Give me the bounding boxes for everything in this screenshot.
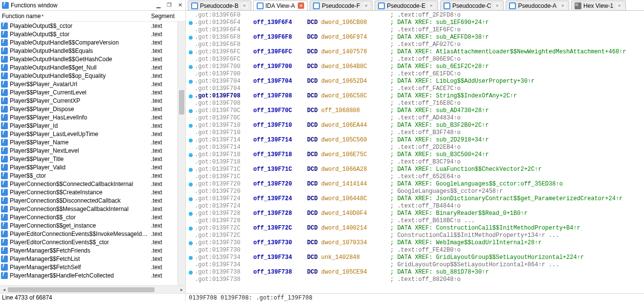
function-row[interactable]: Player$$Player_Id.text <box>0 121 185 130</box>
function-row[interactable]: PlayableOutputHandle$$get_Null.text <box>0 63 185 71</box>
disasm-line[interactable]: .got:0139F708 ; .text:off_716E8C↑o <box>187 100 644 107</box>
gutter[interactable] <box>187 247 195 254</box>
gutter[interactable] <box>187 232 195 239</box>
gutter[interactable] <box>187 34 195 41</box>
scroll-track[interactable] <box>8 287 178 292</box>
gutter[interactable] <box>187 78 195 85</box>
gutter[interactable] <box>187 26 195 34</box>
function-row[interactable]: PlayerEditorConnectionEvents$$InvokeMess… <box>0 230 185 238</box>
breakpoint-dot-icon[interactable] <box>189 139 193 142</box>
restore-icon[interactable]: ❐ <box>166 2 173 9</box>
breakpoint-dot-icon[interactable] <box>189 227 193 231</box>
function-row[interactable]: Player$$Player_Dispose.text <box>0 105 185 113</box>
disasm-line[interactable]: .got:0139F714 ; .text:off_2D2EB4↑o <box>187 144 644 151</box>
breakpoint-dot-icon[interactable] <box>189 124 193 128</box>
function-row[interactable]: PlayerConnection$$DisconnectedCallback.t… <box>0 196 185 205</box>
functions-window-titlebar[interactable]: Functions window ▁ ❐ ✕ <box>0 0 185 11</box>
function-row[interactable]: Player$$Player_CurrentXP.text <box>0 96 185 105</box>
gutter[interactable] <box>187 166 195 173</box>
gutter[interactable] <box>187 181 195 188</box>
disasm-line[interactable]: .got:0139F714 off_139F714DCD dword_105C5… <box>187 137 644 144</box>
gutter[interactable] <box>187 269 195 276</box>
gutter[interactable] <box>187 85 195 93</box>
disasm-line[interactable]: .got:0139F730 ; .text:off_FE42B0↑o <box>187 247 644 254</box>
disasm-line[interactable]: .got:0139F708 off_139F708DCD dword_106C5… <box>187 93 644 100</box>
breakpoint-dot-icon[interactable] <box>189 271 193 275</box>
gutter[interactable] <box>187 56 195 63</box>
function-row[interactable]: Player$$Player_AvatarUrl.text <box>0 80 185 88</box>
function-row[interactable]: Player$$Player_NextLevel.text <box>0 146 185 155</box>
gutter[interactable] <box>187 151 195 159</box>
gutter[interactable] <box>187 261 195 269</box>
disasm-line[interactable]: .got:0139F6F0 ; .text:off_2F2FD8↑o <box>187 12 644 19</box>
gutter[interactable] <box>187 48 195 56</box>
disasm-line[interactable]: .got:0139F700 ; .text:off_6E1FDC↑o <box>187 70 644 78</box>
tab-hex-view-1[interactable]: Hex View-1✕ <box>571 0 626 10</box>
gutter[interactable] <box>187 217 195 225</box>
breakpoint-dot-icon[interactable] <box>189 168 193 172</box>
gutter[interactable] <box>187 254 195 261</box>
disasm-line[interactable]: .got:0139F720 off_139F720DCD dword_14141… <box>187 181 644 188</box>
disasm-line[interactable]: .got:0139F724 off_139F724DCD dword_10644… <box>187 195 644 203</box>
tab-close-icon[interactable]: ✕ <box>494 2 500 9</box>
functions-vertical-scrollbar[interactable] <box>178 22 185 285</box>
function-row[interactable]: PlayableOutputHandle$$GetHashCode.text <box>0 55 185 63</box>
disasm-line[interactable]: .got:0139F6F4 off_139F6F4DCD dword_106CB… <box>187 19 644 26</box>
breakpoint-dot-icon[interactable] <box>189 153 193 157</box>
disasm-line[interactable]: .got:0139F6FC ; .text:off_806E9C↑o <box>187 56 644 63</box>
breakpoint-dot-icon[interactable] <box>189 241 193 245</box>
breakpoint-dot-icon[interactable] <box>189 197 193 201</box>
disasm-line[interactable]: .got:0139F6F8 ; .text:off_AF027C↑o <box>187 41 644 48</box>
function-row[interactable]: PlayerManager$$HandleFetchCollected.text <box>0 271 185 279</box>
disasm-line[interactable]: .got:0139F6F4 ; .text:off_1EF6FC↑o <box>187 26 644 34</box>
disasm-line[interactable]: .got:0139F704 off_139F704DCD dword_10652… <box>187 78 644 85</box>
gutter[interactable] <box>187 70 195 78</box>
tab-close-icon[interactable]: ✕ <box>363 2 369 9</box>
disasm-line[interactable]: .got:0139F720 ; GoogleLanguages$$_cctor+… <box>187 188 644 195</box>
function-row[interactable]: PlayerConnection$$_ctor.text <box>0 213 185 221</box>
minimize-icon[interactable]: ▁ <box>155 2 162 9</box>
tab-strip[interactable]: Pseudocode-B✕IDA View-A✕Pseudocode-F✕Pse… <box>186 0 644 11</box>
breakpoint-dot-icon[interactable] <box>189 65 193 69</box>
disasm-line[interactable]: .got:0139F738 off_139F738DCD dword_105CE… <box>187 269 644 276</box>
disasm-line[interactable]: .got:0139F710 ; .text:off_B3F748↑o <box>187 129 644 137</box>
scrollbar-thumb[interactable] <box>179 90 184 115</box>
disasm-line[interactable]: .got:0139F728 ; .text:off_B618BC↑o ... <box>187 217 644 225</box>
tab-close-icon[interactable]: ✕ <box>298 2 304 9</box>
breakpoint-dot-icon[interactable] <box>189 80 193 84</box>
tab-close-icon[interactable]: ✕ <box>428 2 435 9</box>
tab-pseudocode-e[interactable]: Pseudocode-E✕ <box>375 0 438 10</box>
breakpoint-dot-icon[interactable] <box>189 21 193 25</box>
disasm-line[interactable]: .got:0139F728 off_139F728DCD dword_140D0… <box>187 210 644 217</box>
gutter[interactable] <box>187 41 195 48</box>
gutter[interactable] <box>187 63 195 70</box>
gutter[interactable] <box>187 122 195 129</box>
gutter[interactable] <box>187 276 195 283</box>
tab-pseudocode-a[interactable]: Pseudocode-A✕ <box>506 0 569 10</box>
gutter[interactable] <box>187 12 195 19</box>
function-row[interactable]: Player$$Player_Valid.text <box>0 163 185 171</box>
function-row[interactable]: PlayerEditorConnectionEvents$$_ctor.text <box>0 238 185 246</box>
disasm-line[interactable]: .got:0139F738 ; .text:off_882048↑o <box>187 276 644 283</box>
disasm-line[interactable]: .got:0139F734 off_139F734DCD unk_1402848… <box>187 254 644 261</box>
gutter[interactable] <box>187 129 195 137</box>
function-row[interactable]: PlayerConnection$$CreateInstance.text <box>0 188 185 196</box>
gutter[interactable] <box>187 19 195 26</box>
gutter[interactable] <box>187 100 195 107</box>
disasm-line[interactable]: .got:0139F704 ; .text:off_FACE7C↑o <box>187 85 644 93</box>
breakpoint-dot-icon[interactable] <box>189 183 193 186</box>
gutter[interactable] <box>187 144 195 151</box>
function-row[interactable]: Player$$Player_Title.text <box>0 155 185 163</box>
breakpoint-dot-icon[interactable] <box>189 36 193 40</box>
breakpoint-dot-icon[interactable] <box>189 212 193 216</box>
disasm-line[interactable]: .got:0139F6FC off_139F6FCDCD dword_14075… <box>187 48 644 56</box>
gutter[interactable] <box>187 107 195 115</box>
functions-horizontal-scrollbar[interactable]: ◂ ▸ <box>0 285 185 293</box>
gutter[interactable] <box>187 210 195 217</box>
gutter[interactable] <box>187 173 195 181</box>
gutter[interactable] <box>187 203 195 210</box>
breakpoint-dot-icon[interactable] <box>189 94 193 98</box>
disasm-line[interactable]: .got:0139F724 ; .text:off_7B4844↑o <box>187 203 644 210</box>
breakpoint-dot-icon[interactable] <box>189 50 193 54</box>
function-row[interactable]: PlayableOutput$$_cctor.text <box>0 22 185 30</box>
